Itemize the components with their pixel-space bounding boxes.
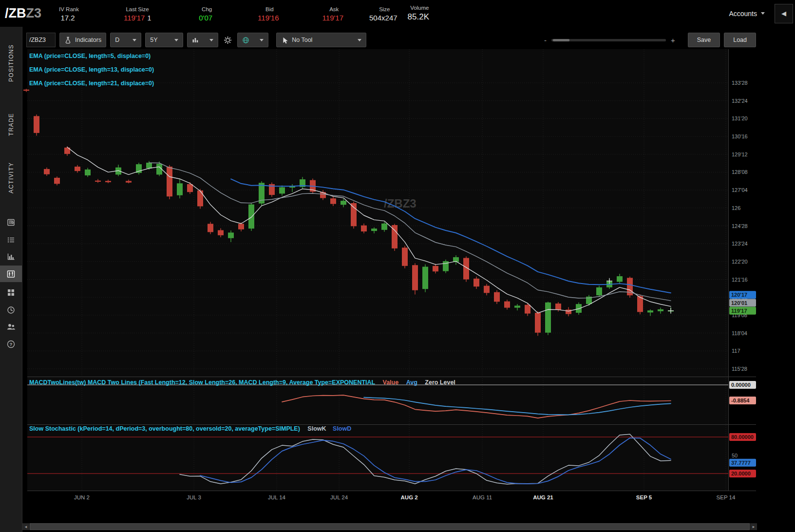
- chevron-down-icon: [260, 39, 264, 41]
- svg-text:115'28: 115'28: [732, 366, 747, 372]
- sidebar-tab-trade[interactable]: TRADE: [0, 101, 22, 148]
- chart-settings-button[interactable]: [222, 33, 233, 47]
- chevron-down-icon: [209, 39, 213, 41]
- zoom-slider-handle[interactable]: [553, 39, 569, 41]
- sidebar-item-history[interactable]: [0, 302, 22, 318]
- left-sidebar: POSITIONS TRADE ACTIVITY: [0, 27, 22, 532]
- zoom-in-button[interactable]: +: [671, 36, 675, 44]
- ema13-study-label[interactable]: EMA (price=CLOSE, length=13, displace=0): [29, 66, 154, 73]
- svg-text:129'12: 129'12: [732, 152, 748, 157]
- scroll-left-arrow[interactable]: ◂: [22, 523, 29, 530]
- zoom-out-button[interactable]: -: [544, 36, 547, 44]
- toolbar-spacer: [370, 33, 540, 47]
- sidebar-item-news[interactable]: [0, 214, 22, 230]
- sidebar-item-dashboard[interactable]: [0, 284, 22, 301]
- svg-text:130'16: 130'16: [732, 133, 748, 139]
- news-icon: [6, 218, 16, 227]
- range-dropdown[interactable]: 5Y: [145, 33, 183, 47]
- svg-text:AUG 11: AUG 11: [473, 494, 492, 500]
- bar-chart-icon: [6, 252, 16, 261]
- macd-study-label[interactable]: MACDTwoLines(tw) MACD Two Lines (Fast Le…: [29, 379, 455, 386]
- svg-text:119'17: 119'17: [731, 308, 747, 314]
- gear-icon: [224, 36, 232, 44]
- chart-type-dropdown[interactable]: [187, 33, 218, 47]
- quote-header: /ZBZ3 IV Rank 17.2 Last Size 119'171 Chg…: [0, 0, 795, 27]
- slowk-legend: SlowK: [307, 425, 326, 432]
- svg-text:127'04: 127'04: [732, 187, 748, 193]
- save-button[interactable]: Save: [688, 33, 720, 47]
- chevron-down-icon: [358, 39, 361, 41]
- help-icon: ?: [6, 340, 16, 349]
- sidebar-item-chart[interactable]: [0, 248, 22, 265]
- svg-text:AUG 21: AUG 21: [533, 494, 553, 500]
- svg-text:124'28: 124'28: [732, 223, 748, 229]
- stochastic-study-label[interactable]: Slow Stochastic (kPeriod=14, dPeriod=3, …: [29, 425, 351, 432]
- sidebar-item-active-chart[interactable]: [0, 266, 22, 282]
- clock-icon: [6, 305, 16, 315]
- flask-icon: [64, 37, 72, 44]
- zoom-control: - +: [544, 33, 675, 47]
- sidebar-item-queue[interactable]: [0, 231, 22, 248]
- accounts-menu[interactable]: Accounts: [729, 10, 765, 18]
- svg-text:121'16: 121'16: [732, 277, 748, 283]
- svg-text:123'24: 123'24: [732, 241, 748, 247]
- aggregation-dropdown[interactable]: D: [110, 33, 141, 47]
- chart-scrollbar[interactable]: ◂ ▸: [22, 523, 757, 530]
- stat-iv-rank: IV Rank 17.2: [59, 6, 79, 22]
- svg-text:JUL 24: JUL 24: [330, 494, 348, 500]
- chevron-down-icon: [132, 39, 136, 41]
- symbol-suffix: Z3: [26, 6, 42, 20]
- header-right: Accounts ◀: [729, 4, 793, 23]
- drawing-tool-dropdown[interactable]: No Tool: [276, 33, 366, 47]
- symbol-input[interactable]: [26, 33, 56, 47]
- svg-text:122'20: 122'20: [732, 259, 748, 265]
- svg-text:133'28: 133'28: [732, 80, 748, 86]
- svg-text:132'24: 132'24: [732, 98, 748, 104]
- sidebar-tab-positions[interactable]: POSITIONS: [0, 30, 22, 96]
- globe-icon: [242, 37, 249, 44]
- collapse-left-icon: ◀: [781, 10, 786, 17]
- ema21-study-label[interactable]: EMA (price=CLOSE, length=21, displace=0): [29, 80, 154, 87]
- zoom-slider[interactable]: [551, 39, 666, 41]
- macd-zero-legend: Zero Level: [425, 379, 455, 386]
- stat-ask: Ask 119'17: [322, 6, 346, 22]
- sidebar-tab-activity[interactable]: ACTIVITY: [0, 151, 22, 205]
- chevron-down-icon: [174, 39, 178, 41]
- svg-text:120'01: 120'01: [731, 300, 747, 306]
- sidebar-item-help[interactable]: ?: [0, 336, 22, 352]
- scroll-right-arrow[interactable]: ▸: [750, 523, 757, 530]
- chart-type-icon: [192, 37, 199, 43]
- symbol-logo: /ZBZ3: [5, 6, 41, 21]
- shared-chart-dropdown[interactable]: [237, 33, 268, 47]
- chart-region: Indicators D 5Y: [22, 27, 795, 532]
- symbol-root: /ZB: [5, 6, 26, 20]
- users-icon: [6, 322, 16, 331]
- svg-text:0.00000: 0.00000: [731, 382, 751, 388]
- svg-text:20.0000: 20.0000: [731, 471, 751, 476]
- stat-volume: Volume 85.2K: [408, 5, 432, 22]
- svg-text:AUG 2: AUG 2: [401, 494, 418, 500]
- load-button[interactable]: Load: [724, 33, 756, 47]
- svg-text:JUL 14: JUL 14: [268, 494, 286, 500]
- collapse-panel-button[interactable]: ◀: [775, 4, 793, 23]
- indicators-button[interactable]: Indicators: [59, 33, 106, 47]
- ema5-study-label[interactable]: EMA (price=CLOSE, length=5, displace=0): [29, 53, 151, 59]
- svg-text:117: 117: [732, 348, 740, 354]
- svg-text:50: 50: [732, 453, 738, 458]
- slowd-legend: SlowD: [333, 425, 351, 432]
- svg-text:131'20: 131'20: [732, 115, 748, 121]
- svg-text:SEP 14: SEP 14: [717, 494, 736, 500]
- svg-text:118'04: 118'04: [732, 330, 747, 336]
- svg-text:JUN 2: JUN 2: [74, 494, 90, 500]
- svg-text:120'17: 120'17: [731, 292, 747, 298]
- sidebar-item-users[interactable]: [0, 318, 22, 335]
- stat-size: Size 504x247: [369, 6, 400, 22]
- price-chart[interactable]: /ZBZ3133'28132'24131'20130'16129'12128'0…: [22, 49, 758, 521]
- scrollbar-thumb[interactable]: [30, 523, 750, 530]
- chevron-down-icon: [761, 12, 765, 15]
- stat-chg: Chg 0'07: [199, 6, 215, 22]
- svg-text:126: 126: [732, 205, 740, 211]
- svg-text:80.00000: 80.00000: [731, 434, 754, 440]
- dashboard-icon: [6, 288, 16, 297]
- candle-chart-icon: [6, 269, 16, 279]
